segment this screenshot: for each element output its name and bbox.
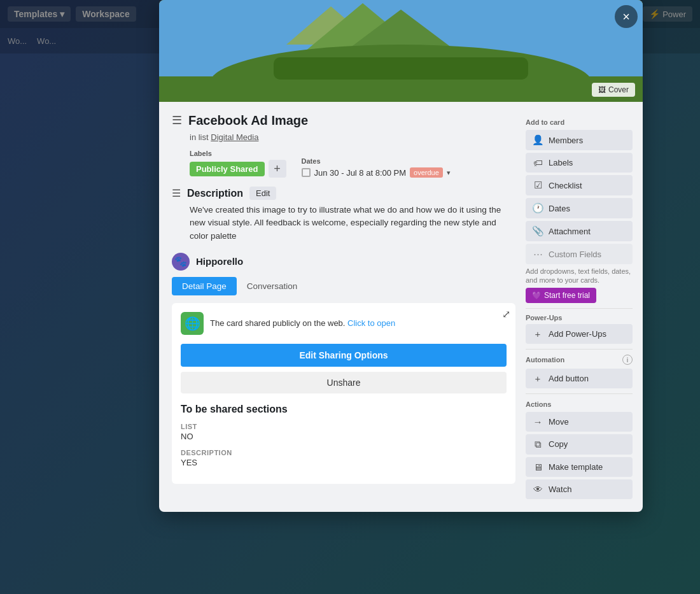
globe-icon: 🌐 [181,312,204,335]
date-chevron-icon[interactable]: ▾ [447,169,451,177]
dates-icon: 🕐 [532,202,543,214]
list-prefix: in list [190,132,209,142]
labels-button[interactable]: 🏷 Labels [526,153,633,173]
date-checkbox[interactable] [302,168,311,177]
description-section-row: ☰ Description Edit [172,187,515,200]
power-ups-title: Power-Ups [526,314,562,322]
attachment-button[interactable]: 📎 Attachment [526,221,633,241]
dates-heading: Dates [302,157,451,165]
custom-fields-note: Add dropdowns, text fields, dates, and m… [526,267,633,285]
list-section-field: LIST NO [181,423,507,441]
copy-icon: ⧉ [532,439,543,450]
description-section-field: DESCRIPTION YES [181,449,507,467]
hipporello-avatar: 🐾 [172,253,190,271]
watch-button[interactable]: 👁 Watch [526,479,633,499]
trial-icon: 💜 [532,291,542,300]
date-range-text: Jun 30 - Jul 8 at 8:00 PM [314,168,407,178]
members-icon: 👤 [532,134,543,146]
add-button-button[interactable]: + Add button [526,369,633,388]
tabs-row: Detail Page Conversation [172,277,515,295]
add-power-ups-button[interactable]: + Add Power-Ups [526,324,633,344]
date-area: Jun 30 - Jul 8 at 8:00 PM overdue ▾ [302,167,451,178]
description-text: We've created this image to try to illus… [190,204,515,243]
share-text-content: The card shared publicly on the web. [210,318,345,328]
hipporello-avatar-icon: 🐾 [174,255,187,267]
members-button[interactable]: 👤 Members [526,130,633,150]
expand-button[interactable]: ⤢ [502,308,510,320]
copy-button[interactable]: ⧉ Copy [526,434,633,455]
info-icon[interactable]: i [622,355,633,365]
watch-icon: 👁 [532,484,543,495]
tab-conversation[interactable]: Conversation [237,277,308,295]
cover-area: 🖼 Cover [159,0,643,102]
make-template-label: Make template [549,462,603,472]
move-icon: → [532,416,543,427]
modal-sidebar: Add to card 👤 Members 🏷 Labels ☑ Checkli… [526,112,633,502]
overdue-badge: overdue [410,167,443,178]
members-label: Members [549,136,583,145]
card-title: Facebook Ad Image [188,112,308,129]
description-field-value: YES [181,458,507,467]
start-free-trial-button[interactable]: 💜 Start free trial [526,288,596,303]
hipporello-row: 🐾 Hipporello [172,253,515,271]
svg-rect-5 [159,76,643,102]
cover-label: Cover [608,85,629,94]
add-label-button[interactable]: + [269,160,286,178]
tab-detail-page[interactable]: Detail Page [172,277,237,295]
power-ups-row: Power-Ups [526,314,633,322]
divider-2 [526,349,633,350]
list-name-link[interactable]: Digital Media [211,132,258,142]
card-list-link: in list Digital Media [190,132,515,142]
labels-icon: 🏷 [532,157,543,168]
modal-main: ☰ Facebook Ad Image in list Digital Medi… [172,112,515,502]
add-power-ups-label: Add Power-Ups [549,329,606,339]
list-field-value: NO [181,432,507,441]
move-label: Move [549,417,569,427]
custom-fields-label: Custom Fields [549,250,601,259]
share-top-row: 🌐 The card shared publicly on the web. C… [181,312,507,335]
cover-button[interactable]: 🖼 Cover [592,83,635,97]
checklist-button[interactable]: ☑ Checklist [526,175,633,195]
actions-title: Actions [526,400,633,408]
card-type-icon: ☰ [172,113,182,127]
move-button[interactable]: → Move [526,412,633,432]
share-card: ⤢ 🌐 The card shared publicly on the web.… [172,303,515,484]
modal-card: 🖼 Cover × ☰ Facebook Ad Image in list Di… [159,0,643,512]
dates-meta: Dates Jun 30 - Jul 8 at 8:00 PM overdue … [302,157,451,178]
dates-button[interactable]: 🕐 Dates [526,198,633,218]
modal-container: 🖼 Cover × ☰ Facebook Ad Image in list Di… [102,0,700,594]
edit-sharing-button[interactable]: Edit Sharing Options [181,344,507,367]
make-template-icon: 🖥 [532,462,543,472]
click-to-open-link[interactable]: Click to open [347,318,395,328]
add-to-card-title: Add to card [526,118,633,126]
close-button[interactable]: × [615,5,638,28]
close-icon: × [622,10,630,23]
to-be-shared-title: To be shared sections [181,404,507,415]
cover-icon: 🖼 [598,85,606,94]
unshare-button[interactable]: Unshare [181,372,507,393]
copy-label: Copy [549,439,568,449]
labels-label: Labels [549,158,573,167]
custom-fields-button[interactable]: ⋯ Custom Fields [526,244,633,264]
labels-meta: Labels Publicly Shared + [190,150,286,178]
automation-title: Automation [526,356,564,364]
add-button-icon: + [532,373,543,384]
list-field-label: LIST [181,423,507,430]
attachment-icon: 📎 [532,225,543,237]
description-edit-button[interactable]: Edit [249,187,276,200]
hipporello-name: Hipporello [196,256,243,267]
make-template-button[interactable]: 🖥 Make template [526,457,633,477]
watch-label: Watch [549,484,571,494]
checklist-label: Checklist [549,181,582,190]
add-power-ups-icon: + [532,329,543,339]
add-button-label: Add button [549,374,589,383]
description-title: Description [187,188,243,199]
labels-heading: Labels [190,150,286,157]
svg-rect-6 [274,57,528,80]
checklist-icon: ☑ [532,180,543,191]
description-field-label: DESCRIPTION [181,449,507,456]
share-text: The card shared publicly on the web. Cli… [210,318,395,328]
divider-3 [526,393,633,394]
publicly-shared-chip[interactable]: Publicly Shared [190,162,265,176]
card-title-row: ☰ Facebook Ad Image [172,112,515,129]
